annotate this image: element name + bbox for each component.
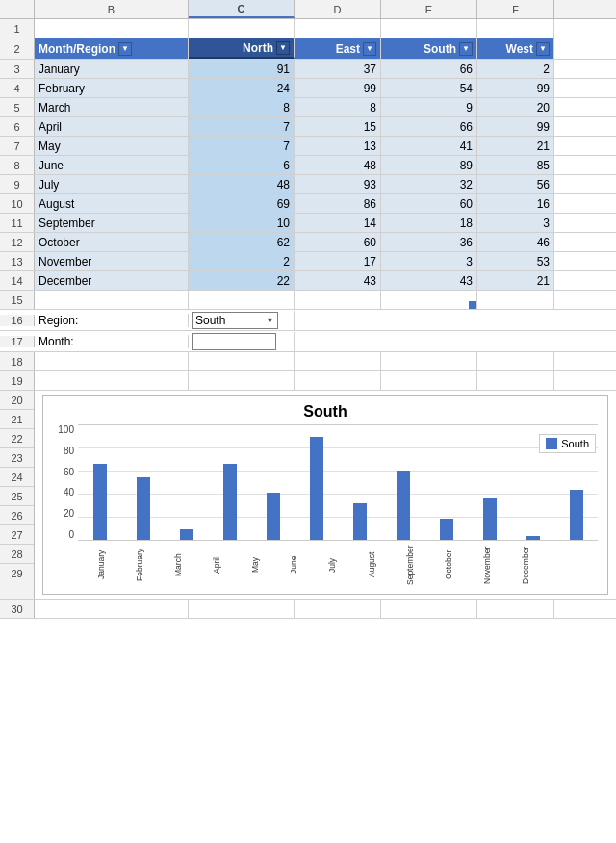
- row-19: 19: [0, 371, 616, 391]
- row-num-9: 9: [0, 175, 35, 193]
- cell-10-west[interactable]: 16: [477, 194, 554, 213]
- cell-12-month[interactable]: October: [35, 233, 189, 251]
- cell-1-B[interactable]: [35, 19, 189, 38]
- cell-1-C[interactable]: [189, 19, 295, 38]
- cell-14-east[interactable]: 43: [295, 271, 381, 290]
- cell-10-north[interactable]: 69: [189, 194, 295, 213]
- cell-9-west[interactable]: 56: [477, 175, 554, 193]
- cell-9-month[interactable]: July: [35, 175, 189, 193]
- spreadsheet: B C D E F 1 2 Month/Region ▼ North ▼ Eas…: [0, 0, 616, 619]
- y-label-40: 40: [64, 487, 74, 498]
- cell-13-north[interactable]: 2: [189, 252, 295, 270]
- month-input-cell[interactable]: [189, 332, 295, 351]
- cell-1-E[interactable]: [381, 19, 477, 38]
- col-header-F[interactable]: F: [477, 0, 554, 18]
- row-1: 1: [0, 19, 616, 38]
- table-header-row: 2 Month/Region ▼ North ▼ East ▼ South ▼ …: [0, 38, 616, 60]
- bar-may: [267, 493, 280, 540]
- filter-west[interactable]: ▼: [536, 42, 550, 56]
- cell-11-east[interactable]: 14: [295, 214, 381, 232]
- cell-3-west[interactable]: 2: [477, 60, 554, 78]
- cell-11-north[interactable]: 10: [189, 214, 295, 232]
- cell-8-east[interactable]: 48: [295, 156, 381, 174]
- cell-12-east[interactable]: 60: [295, 233, 381, 251]
- cell-10-month[interactable]: August: [35, 194, 189, 213]
- cell-12-north[interactable]: 62: [189, 233, 295, 251]
- cell-14-month[interactable]: December: [35, 271, 189, 290]
- cell-12-south[interactable]: 36: [381, 233, 477, 251]
- region-label: Region:: [38, 314, 78, 327]
- cell-6-month[interactable]: April: [35, 117, 189, 136]
- x-label-november: November: [468, 544, 506, 586]
- cell-3-east[interactable]: 37: [295, 60, 381, 78]
- row-11: 11 September 10 14 18 3: [0, 214, 616, 233]
- bar-august: [397, 471, 410, 540]
- row-15: 15: [0, 291, 616, 310]
- cell-12-west[interactable]: 46: [477, 233, 554, 251]
- cell-10-east[interactable]: 86: [295, 194, 381, 213]
- cell-4-south[interactable]: 54: [381, 79, 477, 97]
- cell-13-east[interactable]: 17: [295, 252, 381, 270]
- south-header-label: South: [424, 42, 456, 56]
- col-header-D[interactable]: D: [295, 0, 381, 18]
- cell-11-west[interactable]: 3: [477, 214, 554, 232]
- cell-5-west[interactable]: 20: [477, 98, 554, 116]
- bar-group-may: [251, 424, 295, 540]
- cell-14-west[interactable]: 21: [477, 271, 554, 290]
- cell-4-west[interactable]: 99: [477, 79, 554, 97]
- region-dropdown[interactable]: South ▼: [192, 312, 278, 329]
- cell-8-month[interactable]: June: [35, 156, 189, 174]
- cell-1-F[interactable]: [477, 19, 554, 38]
- cell-7-north[interactable]: 7: [189, 137, 295, 155]
- cell-3-south[interactable]: 66: [381, 60, 477, 78]
- cell-9-east[interactable]: 93: [295, 175, 381, 193]
- cell-11-south[interactable]: 18: [381, 214, 477, 232]
- cell-7-month[interactable]: May: [35, 137, 189, 155]
- cell-7-south[interactable]: 41: [381, 137, 477, 155]
- west-header-label: West: [506, 42, 533, 56]
- cell-8-north[interactable]: 6: [189, 156, 295, 174]
- cell-13-south[interactable]: 3: [381, 252, 477, 270]
- x-label-january: January: [82, 544, 120, 586]
- cell-6-north[interactable]: 7: [189, 117, 295, 136]
- cell-8-west[interactable]: 85: [477, 156, 554, 174]
- cell-13-month[interactable]: November: [35, 252, 189, 270]
- cell-11-month[interactable]: September: [35, 214, 189, 232]
- cell-7-east[interactable]: 13: [295, 137, 381, 155]
- y-label-0: 0: [68, 529, 74, 540]
- filter-east[interactable]: ▼: [363, 42, 376, 56]
- filter-north[interactable]: ▼: [276, 41, 290, 55]
- cell-3-month[interactable]: January: [35, 60, 189, 78]
- col-header-C[interactable]: C: [189, 0, 295, 18]
- col-header-B[interactable]: B: [35, 0, 189, 18]
- filter-south[interactable]: ▼: [459, 42, 473, 56]
- cell-10-south[interactable]: 60: [381, 194, 477, 213]
- col-header-E[interactable]: E: [381, 0, 477, 18]
- row-num-26: 26: [0, 506, 34, 525]
- cell-6-east[interactable]: 15: [295, 117, 381, 136]
- cell-4-north[interactable]: 24: [189, 79, 295, 97]
- cell-7-west[interactable]: 21: [477, 137, 554, 155]
- cell-9-south[interactable]: 32: [381, 175, 477, 193]
- cell-4-month[interactable]: February: [35, 79, 189, 97]
- cell-14-south[interactable]: 43: [381, 271, 477, 290]
- cell-14-north[interactable]: 22: [189, 271, 295, 290]
- region-dropdown-cell[interactable]: South ▼: [189, 311, 295, 330]
- cell-5-month[interactable]: March: [35, 98, 189, 116]
- cell-13-west[interactable]: 53: [477, 252, 554, 270]
- cell-5-south[interactable]: 9: [381, 98, 477, 116]
- row-num-30: 30: [0, 600, 35, 618]
- cell-3-north[interactable]: 91: [189, 60, 295, 78]
- cell-1-D[interactable]: [295, 19, 381, 38]
- header-east: East ▼: [295, 38, 381, 59]
- cell-5-east[interactable]: 8: [295, 98, 381, 116]
- month-input[interactable]: [192, 333, 276, 350]
- cell-9-north[interactable]: 48: [189, 175, 295, 193]
- row-num-2: 2: [0, 38, 35, 59]
- cell-5-north[interactable]: 8: [189, 98, 295, 116]
- filter-month-region[interactable]: ▼: [118, 42, 132, 56]
- cell-8-south[interactable]: 89: [381, 156, 477, 174]
- cell-4-east[interactable]: 99: [295, 79, 381, 97]
- cell-6-south[interactable]: 66: [381, 117, 477, 136]
- cell-6-west[interactable]: 99: [477, 117, 554, 136]
